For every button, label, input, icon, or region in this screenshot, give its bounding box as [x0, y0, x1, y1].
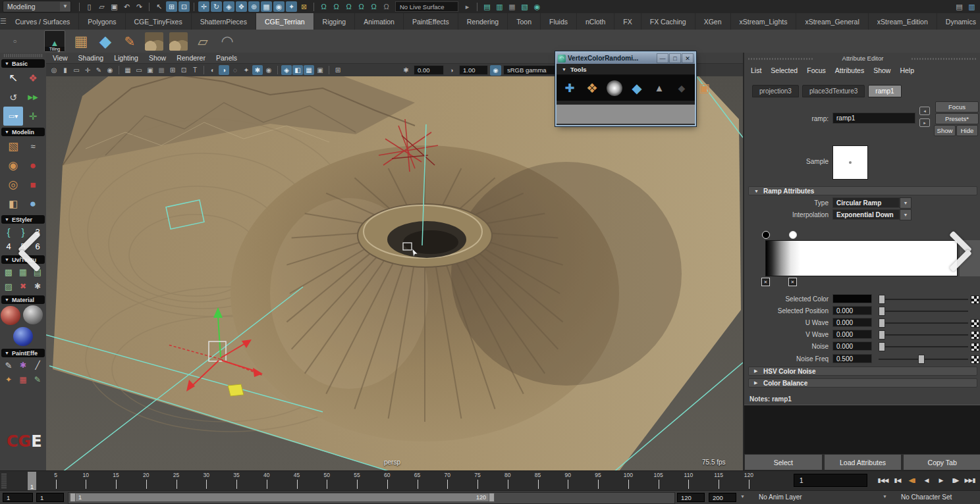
image-plane-icon[interactable]: ▭	[71, 65, 82, 75]
presets-button[interactable]: Presets*	[935, 113, 979, 124]
go-to-end-icon[interactable]: ▶▶▮	[963, 472, 977, 488]
shelf-tab-curves-surfaces[interactable]: Curves / Surfaces	[7, 13, 79, 30]
shelf-tab-xstream-edition[interactable]: xStream_Edition	[869, 13, 937, 30]
move-tool-icon[interactable]: ✛	[198, 1, 209, 12]
lock-icon[interactable]: ⊠	[298, 1, 310, 12]
uv-layout-icon[interactable]: ✱	[30, 279, 45, 293]
shelf-tab-xgen[interactable]: XGen	[695, 13, 731, 30]
save-scene-icon[interactable]: ▣	[109, 1, 120, 12]
load-attributes-button[interactable]: Load Attributes	[824, 454, 902, 470]
soft-select-icon[interactable]: ⊕	[248, 1, 259, 12]
playback-end-field[interactable]: 120	[677, 493, 705, 502]
terrain-tool-icon[interactable]: ▲	[651, 80, 667, 96]
select-component-icon[interactable]: ⊡	[178, 1, 190, 12]
slider-groove[interactable]	[879, 322, 968, 324]
shelf-tab-animation[interactable]: Animation	[355, 13, 404, 30]
snap-view-plane-icon[interactable]: Ω	[368, 1, 379, 12]
ramp-attributes-section[interactable]: ▼ Ramp Attributes	[748, 186, 977, 195]
select-button[interactable]: Select	[744, 454, 823, 470]
live-surface-arrow-icon[interactable]: ▸	[462, 1, 473, 12]
map-texture-button[interactable]	[971, 295, 979, 304]
honeycomb-tiles-icon[interactable]: ▦	[72, 32, 90, 51]
paint-tool-icon[interactable]: ◉	[273, 1, 285, 12]
gate-mask-icon[interactable]: ▩	[156, 65, 167, 75]
value-field[interactable]: 0.000	[832, 306, 872, 315]
shelf-tab-rendering[interactable]: Rendering	[458, 13, 508, 30]
color-management-icon[interactable]: ◉	[490, 65, 501, 76]
color-balance-section[interactable]: ▶ Color Balance	[748, 378, 977, 388]
minimize-button[interactable]: —	[657, 53, 668, 63]
toolbox-section-basic[interactable]: ▼Basic	[1, 59, 45, 68]
render-settings-icon[interactable]: ▦	[506, 1, 518, 12]
workspace-icon[interactable]: ▤	[954, 1, 965, 12]
ae-tab-ramp1[interactable]: ramp1	[868, 85, 901, 97]
shelf-tab-fx[interactable]: FX	[614, 13, 641, 30]
scale-tool-icon[interactable]: ◈	[223, 1, 234, 12]
ae-tab-place3dtexture3[interactable]: place3dTexture3	[802, 85, 865, 97]
slider-handle[interactable]	[879, 330, 885, 340]
shelf-tab-painteffects[interactable]: PaintEffects	[404, 13, 458, 30]
paintfx-brush-icon[interactable]: ✎	[1, 358, 16, 372]
slider-groove[interactable]	[879, 311, 968, 312]
close-button[interactable]: ✕	[682, 53, 694, 63]
toolbox-grip[interactable]	[4, 54, 42, 57]
rotate-tool-icon[interactable]: ↻	[211, 1, 222, 12]
select-hierarchy-icon[interactable]: ↖	[153, 1, 165, 12]
shelf-tab-cge-terrian[interactable]: CGE_Terrian	[256, 13, 314, 30]
paintfx-stroke-icon[interactable]: ╱	[30, 358, 45, 372]
sidebar-toggle-icon[interactable]: ▥	[966, 1, 977, 12]
animation-start-field[interactable]: 1	[3, 493, 33, 502]
resolution-gate-icon[interactable]: ▣	[145, 65, 155, 75]
ae-menu-focus[interactable]: Focus	[807, 66, 826, 76]
material-preview-sphere[interactable]	[1, 306, 20, 325]
ramp-stop-handle-white[interactable]	[789, 231, 797, 239]
lighting-icon[interactable]: ◐	[207, 65, 218, 75]
camera-attributes-icon[interactable]: ◎	[49, 65, 59, 75]
shelf-tab-dynamics[interactable]: Dynamics	[937, 13, 980, 30]
previous-overlay-arrow[interactable]	[17, 230, 43, 274]
open-scene-icon[interactable]: ▱	[96, 1, 107, 12]
safe-action-icon[interactable]: ⊡	[178, 65, 189, 75]
select-all-icon[interactable]: ❖	[23, 68, 43, 88]
shelf-tab-xstream-lights[interactable]: xStream_Lights	[731, 13, 797, 30]
paintfx-tree-icon[interactable]: ✦	[1, 372, 16, 387]
ramp-type-select[interactable]: Circular Ramp	[832, 197, 900, 208]
copy-tab-button[interactable]: Copy Tab	[903, 454, 980, 470]
snap-projected-center-icon[interactable]: Ω	[356, 1, 367, 12]
paint-brush-icon[interactable]: ✎	[121, 32, 139, 51]
snap-grid-icon[interactable]: Ω	[318, 1, 329, 12]
select-tool-icon[interactable]: ↖	[3, 68, 23, 88]
shelf-tab-cge-tinyfixes[interactable]: CGE_TinyFixes	[126, 13, 192, 30]
gamma-icon[interactable]: ◑	[446, 65, 457, 76]
current-time-indicator[interactable]: 1	[28, 472, 36, 490]
shelf-options-icon[interactable]: ○	[9, 36, 20, 47]
poly-cube-icon[interactable]: ▧	[3, 137, 23, 156]
chevron-down-icon[interactable]: ▼	[883, 494, 887, 499]
menu-set-selector[interactable]: Modeling ▼	[3, 1, 71, 13]
lasso-tool-icon[interactable]: ↺	[3, 88, 23, 107]
terrain-strip-icon[interactable]	[169, 32, 188, 51]
move-tool-active-icon[interactable]: ▭▾	[3, 107, 23, 126]
poly-cube-red-icon[interactable]: ■	[23, 175, 43, 194]
hsv-color-noise-section[interactable]: ▶ HSV Color Noise	[748, 366, 977, 376]
multisample-icon[interactable]: ✱	[252, 65, 263, 75]
isolate-select-icon[interactable]: ◈	[281, 65, 292, 75]
viewport-menu-view[interactable]: View	[53, 54, 68, 62]
value-field[interactable]: 0.500	[832, 354, 872, 363]
new-scene-icon[interactable]: ▯	[84, 1, 95, 12]
undo-icon[interactable]: ↶	[121, 1, 132, 12]
viewport-menu-renderer[interactable]: Renderer	[177, 54, 205, 62]
toolbox-section-estyler[interactable]: ▼EStyler	[1, 215, 45, 224]
shelf-tab-polygons[interactable]: Polygons	[79, 13, 125, 30]
ae-menu-selected[interactable]: Selected	[771, 66, 798, 76]
bookmark-icon[interactable]: ▮	[60, 65, 70, 75]
motion-blur-icon[interactable]: ✦	[241, 65, 252, 75]
chevron-down-icon[interactable]: ▼	[900, 209, 912, 220]
panel-grip[interactable]	[748, 58, 813, 60]
scene-render-icon[interactable]: ◉	[263, 65, 274, 75]
grease-pencil-icon[interactable]: ✎	[94, 65, 104, 75]
cube-tool-icon[interactable]: ▣	[696, 80, 712, 96]
window-title-bar[interactable]: ◠ VertexColorRandomi... — □ ✕	[557, 53, 695, 64]
shelf-tab-fx-caching[interactable]: FX Caching	[641, 13, 695, 30]
uv-grid-icon[interactable]: ▩	[1, 265, 16, 279]
